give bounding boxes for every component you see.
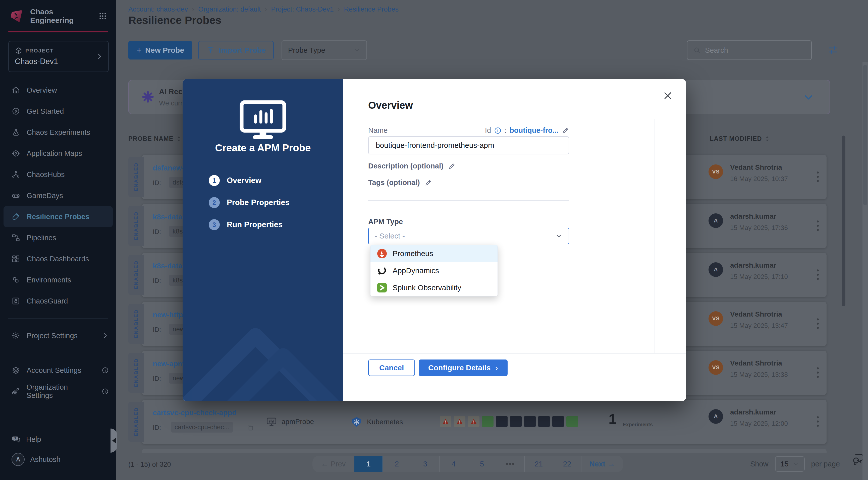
result-warning-square [454,416,465,427]
new-probe-button[interactable]: + New Probe [128,41,192,60]
sidebar-item-chaosguard[interactable]: ChaosGuard [0,290,116,312]
step-label: Run Properties [227,220,283,229]
probe-name-link[interactable]: cartsvc-cpu-check-appd [153,409,237,417]
page-button-3[interactable]: 3 [411,456,439,472]
help-button[interactable]: ? Help [0,430,116,449]
sidebar-item-chaos-dashboards[interactable]: Chaos Dashboards [0,248,116,269]
probe-type-filter[interactable]: Probe Type [282,40,367,60]
sidebar-divider [8,318,108,319]
filter-sliders-icon[interactable] [827,44,839,56]
configure-details-button[interactable]: Configure Details › [419,359,507,376]
next-page-button[interactable]: Next→ [582,456,623,472]
experiments-count: 1 [609,411,616,427]
option-appdynamics[interactable]: AppDynamics [370,262,498,279]
sidebar-item-chaos-experiments[interactable]: Chaos Experiments [0,122,116,143]
sidebar-item-account-settings[interactable]: Account Settings [0,360,116,381]
result-na-square [538,416,550,427]
sidebar-item-project-settings[interactable]: Project Settings [0,325,116,346]
result-na-square [496,416,507,427]
id-group: Id : boutique-fro... [485,126,569,134]
edit-pencil-icon[interactable] [562,127,569,134]
sidebar-item-resilience-probes[interactable]: Resilience Probes [3,206,113,227]
close-icon[interactable] [661,89,675,103]
column-header-last-modified[interactable]: LAST MODIFIED [710,135,769,142]
prev-page-button[interactable]: ←Prev [312,456,354,472]
sidebar-item-organization-settings[interactable]: Organization Settings [0,381,116,402]
sidebar-item-application-maps[interactable]: Application Maps [0,143,116,164]
select-placeholder: - Select - [375,232,405,240]
breadcrumb-org[interactable]: Organization: default [198,5,261,13]
probe-name-link[interactable]: new-apm- [153,360,187,368]
step-number: 3 [209,219,220,230]
modified-date: 15 May 2025, 13:47 [730,322,788,330]
step-overview[interactable]: 1 Overview [209,175,289,186]
search-input[interactable]: Search [687,40,812,60]
sidebar-item-overview[interactable]: Overview [0,79,116,101]
copy-icon[interactable] [246,424,254,431]
help-chat-icon: ? [11,435,21,444]
sidebar-item-get-started[interactable]: Get Started [0,101,116,122]
kebab-menu-icon[interactable] [814,414,821,429]
column-header-probe-name[interactable]: PROBE NAME [128,135,181,142]
avatar: VS [709,164,723,179]
probe-name-link[interactable]: k8s-datad [153,213,187,221]
module-grid-icon[interactable] [98,11,108,21]
table-scrollbar-thumb[interactable] [842,135,845,306]
user-menu[interactable]: A Ashutosh [0,449,116,470]
page-button-22[interactable]: 22 [553,456,582,472]
cancel-button[interactable]: Cancel [368,359,415,376]
breadcrumb-account[interactable]: Account: chaos-dev [128,5,188,13]
probe-name-input[interactable] [368,136,569,154]
avatar: A [709,213,723,228]
kebab-menu-icon[interactable] [814,267,821,282]
user-avatar: A [11,453,25,466]
page-button-1[interactable]: 1 [354,456,383,472]
step-probe-properties[interactable]: 2 Probe Properties [209,197,289,208]
info-icon[interactable] [494,127,502,134]
hub-icon [11,170,20,179]
option-prometheus[interactable]: Prometheus [370,245,498,262]
option-splunk-observability[interactable]: Splunk Observability [370,279,498,296]
nav-label: Account Settings [27,366,82,375]
pagination-range: (1 - 15) of 320 [128,461,171,469]
page-button-5[interactable]: 5 [468,456,496,472]
sidebar-item-gamedays[interactable]: GameDays [0,185,116,206]
table-row[interactable]: ENABLED cartsvc-cpu-check-appd ID: carts… [128,400,827,444]
sidebar-item-environments[interactable]: Environments [0,269,116,290]
sidebar-item-chaoshubs[interactable]: ChaosHubs [0,164,116,185]
probe-name-link[interactable]: new-http- [153,311,185,319]
kebab-menu-icon[interactable] [814,218,821,233]
step-run-properties[interactable]: 3 Run Properties [209,219,289,230]
page-button-2[interactable]: 2 [383,456,411,472]
edit-pencil-icon[interactable] [448,162,456,170]
apm-type-select[interactable]: - Select - [368,228,569,244]
project-selector[interactable]: PROJECT Chaos-Dev1 [8,41,109,72]
prometheus-icon [377,249,387,259]
id-prefix: ID: [153,424,161,431]
probe-results [440,416,578,427]
name-label: Name [368,126,388,134]
breadcrumb-page[interactable]: Resilience Probes [344,5,399,13]
sidebar-item-pipelines[interactable]: Pipelines [0,227,116,248]
probe-name-link[interactable]: k8s-datad [153,262,187,270]
breadcrumb-project[interactable]: Project: Chaos-Dev1 [271,5,334,13]
flask-icon [11,128,20,136]
id-separator: : [504,126,506,134]
cube-icon [15,47,22,55]
project-label: PROJECT [25,48,54,54]
page-button-21[interactable]: 21 [525,456,553,472]
import-probe-button[interactable]: Import Probe [198,41,274,60]
modified-date: 16 May 2025, 10:37 [730,175,788,183]
page-button-4[interactable]: 4 [439,456,468,472]
kebab-menu-icon[interactable] [814,365,821,380]
modified-by: Vedant Shrotria [730,359,782,367]
harness-logo[interactable] [9,8,25,24]
chevron-down-icon[interactable] [802,91,814,103]
kebab-menu-icon[interactable] [814,316,821,331]
nav-label: Application Maps [27,149,82,158]
edit-pencil-icon[interactable] [425,179,432,187]
kebab-menu-icon[interactable] [814,169,821,185]
page-scrollbar-thumb[interactable] [863,65,867,205]
avatar: A [709,262,723,277]
page-size-select[interactable]: 15 [775,456,805,472]
